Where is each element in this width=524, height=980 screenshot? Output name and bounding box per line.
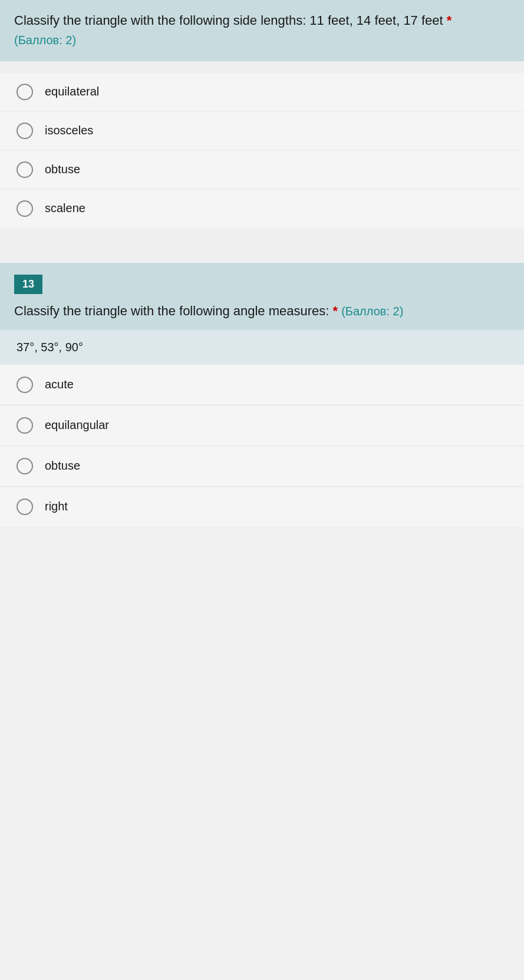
option-q12-equilateral[interactable]: equilateral <box>0 73 524 111</box>
option-label-q13-equilangular: equilangular <box>45 418 109 432</box>
question-13-wrapper: 13 Classify the triangle with the follow… <box>0 263 524 527</box>
option-q13-obtuse[interactable]: obtuse <box>0 446 524 487</box>
option-label-q13-right: right <box>45 500 68 513</box>
question-13-badge: 13 <box>14 275 42 294</box>
option-q12-obtuse[interactable]: obtuse <box>0 151 524 189</box>
radio-q12-isosceles[interactable] <box>17 123 33 139</box>
question-13-options: acute equilangular obtuse right <box>0 365 524 527</box>
option-q13-equilangular[interactable]: equilangular <box>0 405 524 446</box>
option-label-q12-isosceles: isosceles <box>45 124 93 137</box>
radio-q12-equilateral[interactable] <box>17 84 33 100</box>
radio-q12-scalene[interactable] <box>17 200 33 217</box>
question-13-header: 13 Classify the triangle with the follow… <box>0 263 524 330</box>
option-q12-isosceles[interactable]: isosceles <box>0 112 524 150</box>
option-label-q12-obtuse: obtuse <box>45 163 80 176</box>
option-q13-right[interactable]: right <box>0 487 524 527</box>
question-12-text: Classify the triangle with the following… <box>14 13 443 28</box>
question-13-points: (Баллов: 2) <box>341 305 403 318</box>
question-12-title: Classify the triangle with the following… <box>14 12 510 30</box>
question-13-required-star: * <box>333 303 342 318</box>
radio-q13-right[interactable] <box>17 499 33 515</box>
page-container: Classify the triangle with the following… <box>0 0 524 527</box>
question-12-points: (Баллов: 2) <box>14 34 510 47</box>
radio-q13-obtuse[interactable] <box>17 458 33 474</box>
radio-q13-equilangular[interactable] <box>17 417 33 434</box>
question-13-text: Classify the triangle with the following… <box>14 303 329 318</box>
option-label-q12-scalene: scalene <box>45 202 85 215</box>
question-spacer <box>0 239 524 263</box>
question-12-options: equilateral isosceles obtuse scalene <box>0 61 524 239</box>
option-label-q12-equilateral: equilateral <box>45 85 99 98</box>
option-label-q13-obtuse: obtuse <box>45 459 80 473</box>
radio-q13-acute[interactable] <box>17 377 33 393</box>
radio-q12-obtuse[interactable] <box>17 161 33 178</box>
question-13-angles: 37°, 53°, 90° <box>0 330 524 365</box>
question-13-title: Classify the triangle with the following… <box>14 302 510 321</box>
question-12-required-star: * <box>447 13 452 28</box>
angles-text: 37°, 53°, 90° <box>17 341 83 354</box>
option-q13-acute[interactable]: acute <box>0 365 524 405</box>
question-12-header: Classify the triangle with the following… <box>0 0 524 61</box>
option-label-q13-acute: acute <box>45 378 74 391</box>
option-q12-scalene[interactable]: scalene <box>0 190 524 227</box>
